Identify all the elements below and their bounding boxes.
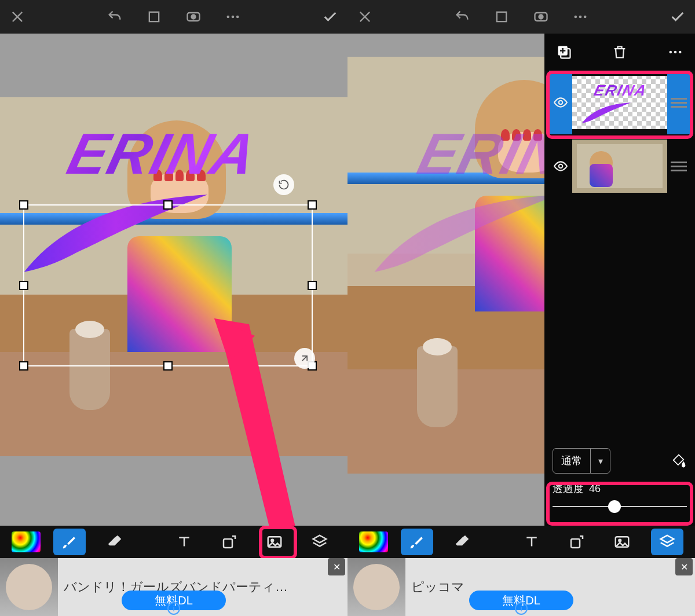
handle-mr[interactable] (308, 281, 317, 290)
svg-point-15 (579, 16, 582, 19)
ad-thumbnail (0, 558, 58, 616)
ad-info-icon[interactable]: i (515, 602, 528, 615)
handle-tc[interactable] (163, 200, 173, 210)
svg-point-19 (670, 51, 672, 54)
svg-rect-0 (149, 12, 159, 21)
drag-handle-icon[interactable] (667, 162, 690, 171)
fill-tool-icon[interactable] (671, 453, 687, 469)
screen-left: ERINA (0, 0, 348, 616)
brush-tool-icon[interactable] (53, 529, 86, 555)
layer-thumbnail (572, 140, 667, 193)
ad-banner[interactable]: ピッコマ 無料DL ✕ i (348, 558, 695, 616)
layer-item-background[interactable] (544, 134, 695, 198)
crop-icon[interactable] (493, 9, 510, 25)
bottom-toolbar (0, 526, 348, 558)
svg-point-22 (559, 101, 563, 105)
canvas[interactable]: ERINA (0, 34, 348, 526)
logo-text: ERINA (61, 120, 264, 187)
svg-point-16 (584, 16, 587, 19)
svg-point-4 (232, 16, 235, 19)
svg-point-5 (236, 16, 239, 19)
apply-icon[interactable] (670, 9, 686, 25)
canvas[interactable]: ERINA (348, 34, 544, 526)
blend-mode-select[interactable]: 通常 ▾ (553, 448, 610, 474)
svg-point-13 (539, 15, 543, 19)
add-image-icon[interactable] (258, 529, 291, 555)
more-icon[interactable] (225, 9, 241, 25)
screen-right: ERINA ERINA (348, 0, 695, 616)
undo-icon[interactable] (107, 9, 123, 25)
add-shape-icon[interactable] (213, 529, 246, 555)
ad-close-icon[interactable]: ✕ (675, 558, 693, 575)
svg-rect-24 (571, 539, 580, 548)
ad-thumbnail (348, 558, 405, 616)
text-tool-icon[interactable] (168, 529, 200, 555)
add-layer-icon[interactable] (556, 44, 572, 60)
layer-thumbnail: ERINA (572, 76, 667, 129)
color-picker-icon[interactable] (12, 531, 41, 552)
text-tool-icon[interactable] (515, 529, 548, 555)
visibility-icon[interactable] (549, 71, 572, 134)
svg-point-21 (679, 51, 682, 54)
layer-more-icon[interactable] (667, 44, 683, 60)
drag-handle-icon[interactable] (667, 71, 690, 134)
caret-down-icon[interactable]: ▾ (590, 449, 610, 473)
close-icon[interactable] (357, 9, 373, 25)
scale-handle[interactable] (294, 348, 315, 369)
svg-point-14 (575, 16, 577, 19)
rotate-handle[interactable] (273, 174, 294, 195)
svg-point-3 (227, 16, 230, 19)
blend-mode-bar: 通常 ▾ (544, 443, 695, 478)
opacity-control: 透過度 46 (544, 478, 695, 526)
blend-mode-label: 通常 (553, 454, 590, 468)
brush-tool-icon[interactable] (401, 529, 433, 555)
svg-rect-8 (224, 539, 232, 548)
add-image-icon[interactable] (606, 529, 638, 555)
handle-bc[interactable] (163, 361, 173, 371)
ad-close-icon[interactable]: ✕ (328, 558, 345, 575)
delete-layer-icon[interactable] (612, 44, 628, 60)
record-icon[interactable] (185, 9, 202, 25)
opacity-label: 透過度 (553, 483, 584, 494)
undo-icon[interactable] (454, 9, 470, 25)
ad-info-icon[interactable]: i (167, 602, 180, 615)
svg-rect-11 (497, 12, 506, 21)
bottom-toolbar (348, 526, 695, 558)
handle-tr[interactable] (308, 200, 317, 210)
svg-point-2 (192, 15, 196, 19)
layers-panel: ERINA 通常 ▾ 透過度 46 (544, 34, 695, 526)
close-icon[interactable] (9, 9, 25, 25)
eraser-tool-icon[interactable] (98, 529, 131, 555)
color-picker-icon[interactable] (359, 531, 388, 552)
svg-point-20 (674, 51, 677, 54)
handle-bl[interactable] (19, 361, 28, 371)
opacity-slider[interactable] (553, 498, 687, 515)
crop-icon[interactable] (146, 9, 162, 25)
more-icon[interactable] (572, 9, 588, 25)
svg-point-10 (271, 540, 273, 542)
handle-tl[interactable] (19, 200, 28, 210)
top-toolbar (348, 0, 695, 34)
layers-icon[interactable] (651, 529, 683, 555)
eraser-tool-icon[interactable] (446, 529, 478, 555)
selection-box[interactable] (23, 204, 313, 366)
svg-point-26 (619, 540, 621, 542)
ad-banner[interactable]: バンドリ！ガールズバンドパーティ… 無料DL ✕ i (0, 558, 348, 616)
layers-icon[interactable] (303, 529, 336, 555)
apply-icon[interactable] (322, 9, 338, 25)
handle-ml[interactable] (19, 281, 28, 290)
logo-text: ERINA (412, 120, 544, 187)
layer-item-logo[interactable]: ERINA (544, 71, 695, 134)
opacity-value: 46 (589, 483, 601, 494)
svg-point-23 (559, 164, 563, 168)
overlay-logo[interactable]: ERINA (365, 120, 544, 277)
add-shape-icon[interactable] (561, 529, 593, 555)
top-toolbar (0, 0, 348, 34)
visibility-icon[interactable] (549, 159, 572, 174)
record-icon[interactable] (533, 9, 549, 25)
